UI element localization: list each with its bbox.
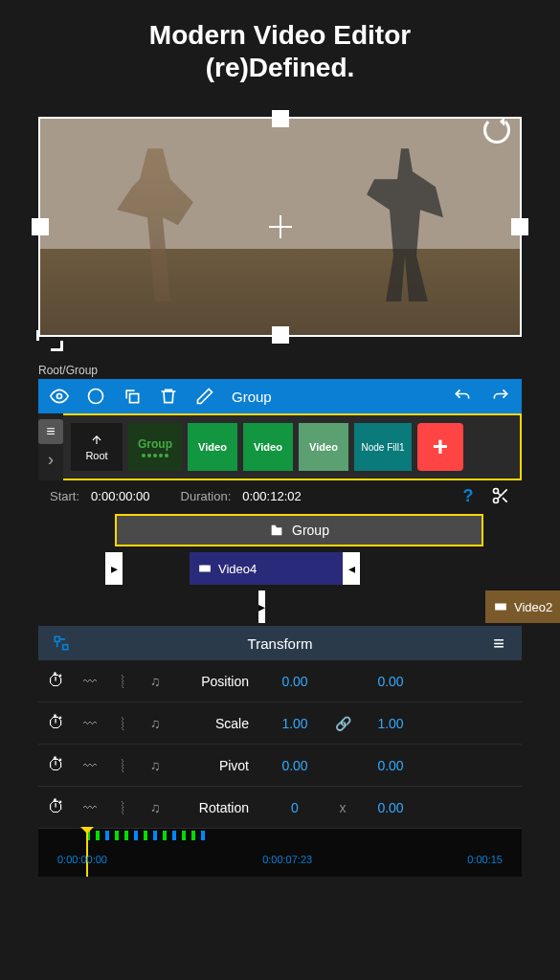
value-y[interactable]: 1.00 [362,716,419,731]
svg-rect-5 [199,566,211,572]
hero-heading: Modern Video Editor (re)Defined. [0,0,560,98]
wiggle-icon[interactable]: ⦚ [109,716,136,731]
value-x[interactable]: 0.00 [266,758,324,773]
graph-icon[interactable]: 〰 [77,716,103,731]
transform-icon[interactable] [52,634,71,653]
svg-rect-2 [130,394,139,403]
breadcrumb: Root/Group [38,364,522,377]
add-clip-button[interactable]: + [417,423,463,471]
wiggle-icon[interactable]: ⦚ [109,800,136,815]
value-x[interactable]: 1.00 [266,716,324,731]
music-icon[interactable]: ♫ [142,674,168,689]
root-clip[interactable]: Root [71,423,123,471]
preview-figure [117,148,193,301]
value-y[interactable]: 0.00 [362,800,419,815]
stopwatch-icon[interactable]: ⏱ [48,797,71,817]
property-label: Pivot [174,758,260,773]
wiggle-icon[interactable]: ⦚ [109,758,136,773]
duration-label: Duration: [181,489,232,503]
value-y[interactable]: 0.00 [362,674,419,689]
graph-icon[interactable]: 〰 [77,758,103,773]
music-icon[interactable]: ♫ [142,716,168,731]
transform-row-rotation: ⏱ 〰 ⦚ ♫ Rotation 0 x 0.00 [38,787,522,829]
transform-title: Transform [71,635,489,652]
video-clip[interactable]: Video [188,423,237,471]
track-handle-right[interactable]: ◂ [343,552,360,585]
preview-figure [367,148,443,301]
ruler-time: 0:00:00:00 [57,854,107,865]
transform-row-position: ⏱ 〰 ⦚ ♫ Position 0.00 0.00 [38,660,522,702]
track-handle-left[interactable]: ▸ [258,590,265,623]
menu-icon[interactable]: ≡ [38,419,63,444]
resize-handle-bottom[interactable] [272,326,289,344]
video-clip[interactable]: Video [299,423,348,471]
transform-panel-header: Transform ≡ [38,626,522,660]
center-crosshair-icon[interactable] [269,215,292,238]
resize-handle-left[interactable] [32,218,49,235]
track-row[interactable]: ▸ Video2 ◂ [38,588,522,626]
edit-icon[interactable] [195,387,214,406]
cut-icon[interactable] [491,486,510,505]
value-y[interactable]: 0.00 [362,758,419,773]
main-toolbar: Group [38,379,522,413]
svg-rect-7 [55,637,59,642]
wiggle-icon[interactable]: ⦚ [109,674,136,689]
resize-handle-right[interactable] [511,218,528,235]
svg-point-3 [494,489,499,494]
stopwatch-icon[interactable]: ⏱ [48,755,71,775]
redo-icon[interactable] [491,387,510,406]
node-fill-clip[interactable]: Node Fill1 [354,423,412,471]
stopwatch-icon[interactable]: ⏱ [48,713,71,733]
property-label: Scale [174,716,260,731]
music-icon[interactable]: ♫ [142,758,168,773]
stopwatch-icon[interactable]: ⏱ [48,671,71,691]
svg-rect-6 [495,604,506,611]
panel-menu-icon[interactable]: ≡ [489,634,508,653]
transform-row-scale: ⏱ 〰 ⦚ ♫ Scale 1.00 🔗 1.00 [38,702,522,745]
transform-table: ⏱ 〰 ⦚ ♫ Position 0.00 0.00 ⏱ 〰 ⦚ ♫ Scale… [38,660,522,829]
graph-icon[interactable]: 〰 [77,674,103,689]
svg-point-1 [89,390,103,404]
graph-icon[interactable]: 〰 [77,800,103,815]
value-x[interactable]: 0.00 [266,674,324,689]
music-icon[interactable]: ♫ [142,800,168,815]
group-track[interactable]: Group [115,514,483,546]
svg-rect-8 [63,645,68,650]
svg-point-0 [57,394,62,399]
help-icon[interactable]: ? [459,486,478,505]
expand-chevron-icon[interactable]: › [38,450,63,470]
svg-point-4 [494,499,499,503]
copy-icon[interactable] [123,387,142,406]
ruler-time: 0:00:07:23 [262,854,312,865]
undo-icon[interactable] [453,387,472,406]
preview-frame[interactable] [38,117,522,337]
duration-value[interactable]: 0:00:12:02 [242,489,301,503]
value-separator: x [329,800,356,815]
resize-handle-top[interactable] [272,110,289,127]
ruler-markers [86,831,512,842]
circle-icon[interactable] [86,387,105,406]
property-label: Position [174,674,260,689]
track-row[interactable]: ▸ Video4 ◂ [38,549,522,588]
link-icon[interactable]: 🔗 [329,716,356,731]
timeline-ruler[interactable]: 0:00:00:00 0:00:07:23 0:00:15 [38,829,522,877]
video-clip[interactable]: Video [243,423,293,471]
video-preview[interactable] [38,98,522,356]
video2-track[interactable]: Video2 [485,590,560,623]
delete-icon[interactable] [159,387,178,406]
timing-bar: Start: 0:00:00:00 Duration: 0:00:12:02 ? [38,480,522,511]
playhead[interactable] [86,829,88,877]
group-clip[interactable]: Group [128,423,182,471]
video4-track[interactable]: Video4 [190,552,343,585]
track-handle-left[interactable]: ▸ [105,552,123,585]
start-label: Start: [50,489,79,503]
transform-row-pivot: ⏱ 〰 ⦚ ♫ Pivot 0.00 0.00 [38,745,522,787]
track-row[interactable]: Group [38,511,522,549]
start-value[interactable]: 0:00:00:00 [91,489,149,503]
toolbar-label: Group [232,389,436,405]
value-x[interactable]: 0 [266,800,324,815]
timeline-tracks: Group ▸ Video4 ◂ ▸ Video2 ◂ [38,511,522,626]
property-label: Rotation [174,800,260,815]
visibility-icon[interactable] [50,387,69,406]
rotate-icon[interactable] [483,117,510,144]
